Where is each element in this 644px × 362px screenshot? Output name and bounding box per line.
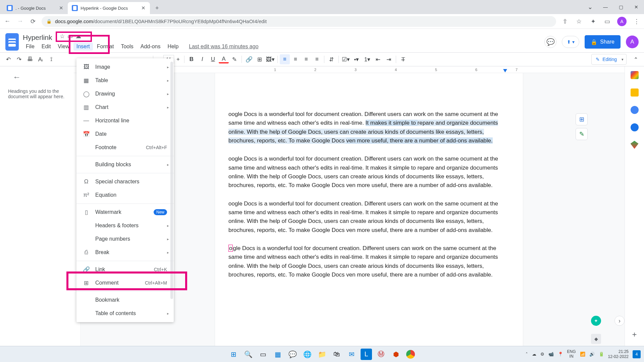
share-page-icon[interactable]: ⇧ [561,17,569,25]
menu-item-page-numbers[interactable]: Page numbers [76,232,174,246]
clock[interactable]: 21:2512-02-2022 [608,349,629,359]
editing-mode-button[interactable]: ✎ Editing [591,54,627,65]
star-icon[interactable]: ☆ [60,33,65,40]
menu-insert[interactable]: Insert [73,43,93,51]
menu-help[interactable]: Help [164,43,181,51]
widgets-icon[interactable]: ▦ [272,349,283,360]
tasks-icon[interactable] [631,106,639,114]
line-spacing-button[interactable]: ⇵ [326,54,336,64]
mcafee-icon[interactable]: Ⓜ [375,349,387,360]
menu-tools[interactable]: Tools [118,43,136,51]
menu-item-comment[interactable]: ⊞CommentCtrl+Alt+M [76,276,174,290]
last-edit-link[interactable]: Last edit was 16 minutes ago [186,43,261,51]
wifi-icon[interactable]: 📶 [580,352,585,357]
paragraph[interactable]: ogle Docs is a wonderful tool for docume… [228,244,509,279]
menu-file[interactable]: File [23,43,38,51]
extensions-icon[interactable]: ✦ [589,17,597,25]
align-right-button[interactable]: ≡ [301,54,311,64]
contacts-icon[interactable] [631,123,639,131]
text-color-button[interactable]: A [219,55,229,63]
align-left-button[interactable]: ≡ [280,54,290,64]
close-window-button[interactable]: ✕ [629,0,644,14]
italic-button[interactable]: I [197,54,207,64]
menu-item-equation[interactable]: π²Equation [76,188,174,202]
present-button[interactable]: ⬆ ▾ [562,36,579,48]
battery-icon[interactable]: 🔋 [599,352,604,357]
highlight-color-button[interactable]: ✎ [229,54,239,64]
document-title[interactable]: Hyperlink [23,34,52,42]
get-addons-icon[interactable]: + [632,330,637,339]
menu-item-horizontal-line[interactable]: —Horizontal line [76,114,174,127]
maximize-button[interactable]: ▢ [613,0,629,14]
underline-button[interactable]: U [208,54,218,64]
docs-logo-icon[interactable] [5,33,19,51]
menu-item-link[interactable]: 🔗LinkCtrl+K [76,263,174,276]
search-icon[interactable]: 🔍 [243,349,254,360]
hide-sidepanel-icon[interactable]: › [614,316,625,326]
chrome-icon[interactable] [405,349,416,360]
insert-image-button[interactable]: 🖼▾ [265,54,275,64]
chat-icon[interactable]: 💬 [287,349,298,360]
onedrive-icon[interactable]: ☁ [532,352,536,357]
menu-item-headers-footers[interactable]: Headers & footers [76,219,174,232]
explorer-icon[interactable]: 📁 [316,349,328,360]
align-center-button[interactable]: ≡ [290,54,301,64]
menu-item-drawing[interactable]: ◯Drawing [76,87,174,101]
menu-item-footnote[interactable]: FootnoteCtrl+Alt+F [76,141,174,154]
sidepanel-icon[interactable]: ▭ [603,17,611,25]
align-justify-button[interactable]: ≡ [312,54,322,64]
app-icon[interactable]: L [361,349,372,360]
location-icon[interactable]: 📍 [558,352,563,357]
spellcheck-button[interactable]: Aᵢ [36,54,46,64]
checklist-button[interactable]: ☑▾ [341,54,351,64]
maps-icon[interactable] [631,141,639,149]
suggest-edit-bubble[interactable]: ✎ [576,128,588,140]
menu-item-toc[interactable]: Table of contents [76,307,174,320]
menu-scrollbar[interactable] [170,62,173,299]
forward-button[interactable]: → [16,17,24,25]
hide-menus-button[interactable]: ⌃ [631,54,641,64]
menu-item-image[interactable]: 🖼Image [76,60,174,74]
back-button[interactable]: ← [3,17,11,25]
notifications-button[interactable]: 4 [633,350,641,358]
menu-item-special-chars[interactable]: ΩSpecial characters [76,175,174,188]
profile-avatar[interactable]: A [617,17,627,26]
paint-format-button[interactable]: ⟟ [46,54,56,64]
cloud-status-icon[interactable]: ☁ [75,33,81,40]
insert-link-button[interactable]: 🔗 [244,54,254,64]
paragraph[interactable]: oogle Docs is a wonderful tool for docum… [228,155,509,190]
meet-now-icon[interactable]: 📹 [548,352,554,357]
menu-item-date[interactable]: 📅Date [76,127,174,141]
paragraph[interactable]: oogle Docs is a wonderful tool for docum… [228,110,509,145]
paragraph[interactable]: oogle Docs is a wonderful tool for docum… [228,199,509,235]
undo-button[interactable]: ↶ [3,54,13,64]
tray-app-icon[interactable]: ⚙ [540,352,544,357]
explore-button[interactable]: ✦ [591,316,601,326]
document-page[interactable]: oogle Docs is a wonderful tool for docum… [215,73,523,346]
clear-formatting-button[interactable]: T̶ [398,54,408,64]
browser-tab-2[interactable]: Hyperlink - Google Docs ✕ [68,2,150,14]
share-button[interactable]: 🔒Share [585,35,621,49]
menu-item-chart[interactable]: ▥Chart [76,101,174,114]
add-comment-button[interactable]: ⊞ [255,54,265,64]
chrome-menu-icon[interactable]: ⋮ [633,17,641,25]
menu-item-bookmark[interactable]: Bookmark [76,293,174,307]
menu-item-building-blocks[interactable]: Building blocks [76,158,174,171]
address-bar[interactable]: 🔒 docs.google.com/document/d/1BELQ0AHMnS… [42,16,556,27]
language-indicator[interactable]: ENGIN [567,350,576,358]
new-tab-button[interactable]: + [152,3,162,13]
menu-item-break[interactable]: ⎙Break [76,246,174,259]
menu-edit[interactable]: Edit [39,43,54,51]
account-avatar[interactable]: A [626,36,639,48]
close-tab-icon[interactable]: ✕ [141,5,146,11]
menu-item-watermark[interactable]: ▯WatermarkNew [76,205,174,219]
bulleted-list-button[interactable]: •▾ [352,54,362,64]
print-button[interactable]: 🖶 [25,54,35,64]
edge-icon[interactable]: 🌐 [302,349,313,360]
add-comment-bubble[interactable]: ⊞ [576,113,588,125]
start-button[interactable]: ⊞ [228,349,239,360]
increase-indent-button[interactable]: ⇥ [384,54,394,64]
outline-close-icon[interactable]: ← [13,72,70,82]
task-view-icon[interactable]: ▭ [257,349,269,360]
open-comments-icon[interactable]: 💬 [544,36,556,48]
